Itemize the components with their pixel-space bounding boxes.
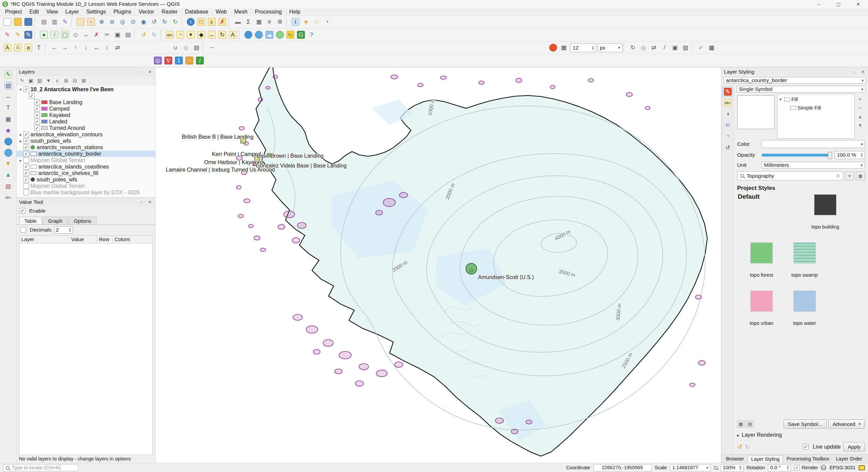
expand-all-icon[interactable]: ⊞	[62, 76, 71, 85]
layer-visibility-checkbox[interactable]: ✓	[34, 112, 40, 118]
attributes-table-icon[interactable]: ▦	[254, 17, 264, 27]
style-filter-dropdown-button[interactable]: ▾	[845, 171, 854, 180]
decimals-spinner[interactable]: 2	[54, 226, 73, 234]
layer-mapzen-global-terrain-2[interactable]: Mapzen Global Terrain	[17, 183, 155, 189]
save-project-icon[interactable]	[23, 17, 34, 27]
clear-search-icon[interactable]: ✕	[836, 173, 840, 179]
manage-map-themes-icon[interactable]: ▥	[35, 76, 44, 85]
copy-features-icon[interactable]: ▣	[112, 29, 123, 40]
menu-plugins[interactable]: Plugins	[110, 8, 135, 15]
expand-arrow-icon[interactable]: ▸	[18, 132, 23, 137]
coordinate-capture-icon[interactable]: ◎	[153, 55, 163, 66]
expand-arrow-icon[interactable]: ▾	[778, 97, 783, 102]
close-panel-icon[interactable]	[147, 199, 153, 205]
save-layer-edits-icon[interactable]: ✎	[23, 29, 34, 40]
rotate-label-icon[interactable]: ↻	[217, 29, 228, 40]
style-search-input[interactable]: Topography ✕	[737, 171, 843, 180]
globe-plugin-icon[interactable]	[2, 147, 14, 158]
tab-options[interactable]: Options	[68, 217, 97, 224]
stream-digitizing-icon[interactable]: ~	[207, 42, 217, 53]
layers-plugin-icon[interactable]: ▧	[2, 181, 14, 192]
style-topo-swamp-swatch[interactable]	[793, 242, 816, 263]
add-feature-icon[interactable]: ✎	[2, 69, 14, 80]
symbol-tree-fill-row[interactable]: ▾ Fill	[778, 95, 854, 103]
layer-mapzen-global-terrain-1[interactable]: ▸Mapzen Global Terrain	[17, 157, 155, 163]
opacity-spinner[interactable]: 100.0 %	[834, 151, 865, 159]
tab-browser[interactable]: Browser	[723, 455, 747, 462]
add-symbol-layer-icon[interactable]: +	[856, 95, 864, 103]
mask-tab-icon[interactable]: ◑	[723, 109, 733, 119]
tab-layer-styling[interactable]: Layer Styling	[748, 455, 783, 463]
python-console-icon[interactable]: Py	[285, 29, 296, 40]
processing-toolbox-icon[interactable]: ⚙	[275, 17, 285, 27]
column-header-layer[interactable]: Layer	[19, 236, 69, 243]
offset-point-symbols-icon[interactable]: ◇	[638, 42, 649, 53]
statistical-summary-icon[interactable]: Σ	[243, 17, 254, 27]
expand-arrow-icon[interactable]: ▾	[18, 87, 23, 92]
float-panel-icon[interactable]	[139, 199, 144, 205]
expand-arrow-icon[interactable]: ▸	[18, 139, 23, 143]
check-geometries-icon[interactable]: ✓	[696, 42, 706, 53]
maximize-button[interactable]: ▢	[829, 0, 848, 8]
layer-visibility-checkbox[interactable]: ✓	[34, 125, 40, 131]
new-bookmark-icon[interactable]: ★	[301, 17, 311, 27]
menu-raster[interactable]: Raster	[158, 8, 181, 15]
layer-visibility-checkbox[interactable]: ✓	[29, 93, 35, 99]
enable-snapping-icon[interactable]: ∪	[170, 42, 181, 53]
zoom-to-selection-icon[interactable]: ◉	[138, 17, 149, 27]
zoom-last-icon[interactable]: ↺	[149, 17, 159, 27]
advanced-digitizing-icon[interactable]: ▧	[191, 42, 202, 53]
move-up-symbol-layer-icon[interactable]: ▲	[856, 112, 864, 120]
add-line-feature-icon[interactable]: /	[49, 29, 60, 40]
crs-icon[interactable]	[821, 465, 826, 470]
menu-web[interactable]: Web	[212, 8, 231, 15]
map-canvas[interactable]: British Base B | Base Landing Kerr Point…	[155, 67, 721, 463]
menu-layer[interactable]: Layer	[62, 8, 83, 15]
crs-status[interactable]: EPSG:3031	[829, 465, 855, 470]
help-contents-icon[interactable]: ?	[306, 29, 317, 40]
label-toolbar-icon[interactable]: A	[2, 42, 13, 53]
move-label-icon[interactable]: ↔	[206, 29, 217, 40]
reverse-line-icon[interactable]: ⇄	[649, 42, 659, 53]
deselect-features-icon[interactable]: ✗	[217, 17, 228, 27]
topology-checker-icon[interactable]: ▩	[706, 42, 717, 53]
pin-labels-icon[interactable]: ▾	[185, 29, 196, 40]
add-point-feature-icon[interactable]: ●	[39, 29, 49, 40]
layer-visibility-checkbox[interactable]	[23, 190, 29, 195]
column-header-column[interactable]: Column	[113, 236, 130, 243]
filter-legend-icon[interactable]: ▼	[44, 76, 53, 85]
unit-combo[interactable]: Millimeters	[762, 162, 865, 169]
value-tool-icon[interactable]: V	[163, 55, 174, 66]
coordinate-input[interactable]: 2266270,-1950565	[593, 464, 652, 471]
menu-mesh[interactable]: Mesh	[231, 8, 251, 15]
align-top-icon[interactable]: ↑	[70, 42, 81, 53]
labels-tab-icon[interactable]: abc	[723, 98, 733, 108]
new-project-icon[interactable]	[2, 17, 13, 27]
remove-layer-icon[interactable]: ⊠	[79, 76, 88, 85]
style-topo-forest-swatch[interactable]	[750, 242, 773, 263]
renderer-combo[interactable]: Single Symbol	[736, 86, 866, 93]
qgis-cloud-icon[interactable]: ☁	[264, 29, 275, 40]
zoom-out-icon[interactable]: ⊖	[107, 17, 117, 27]
merge-features-icon[interactable]: ▣	[670, 42, 680, 53]
spinner-arrows-icon[interactable]	[69, 228, 71, 232]
icon-view-button[interactable]	[737, 420, 745, 428]
layer-visibility-checkbox[interactable]: ✓	[34, 99, 40, 105]
osm-search-icon[interactable]	[275, 29, 285, 40]
highlight-labels-icon[interactable]: ◆	[196, 29, 206, 40]
layer-labeling-icon[interactable]: abc	[164, 29, 175, 40]
layer-antarctic-ice-shelves-fill[interactable]: ✓antarctic_ice_shelves_fill	[17, 170, 155, 176]
filter-expression-icon[interactable]: ε	[53, 76, 62, 85]
close-panel-icon[interactable]	[860, 69, 866, 75]
menu-project[interactable]: Project	[1, 8, 26, 15]
align-bottom-icon[interactable]: ↓	[81, 42, 91, 53]
chart-plugin-icon[interactable]: ▲	[2, 170, 14, 180]
tab-table[interactable]: Table	[19, 217, 42, 224]
tab-graph[interactable]: Graph	[43, 217, 68, 224]
cut-features-icon[interactable]: ✂	[102, 29, 112, 40]
menu-edit[interactable]: Edit	[26, 8, 43, 15]
layer-visibility-checkbox[interactable]: ✓	[34, 119, 40, 124]
split-features-icon[interactable]: /	[659, 42, 670, 53]
open-project-icon[interactable]	[13, 17, 23, 27]
layer-south-poles-wfs-2[interactable]: ✓south_poles_wfs	[17, 176, 155, 183]
